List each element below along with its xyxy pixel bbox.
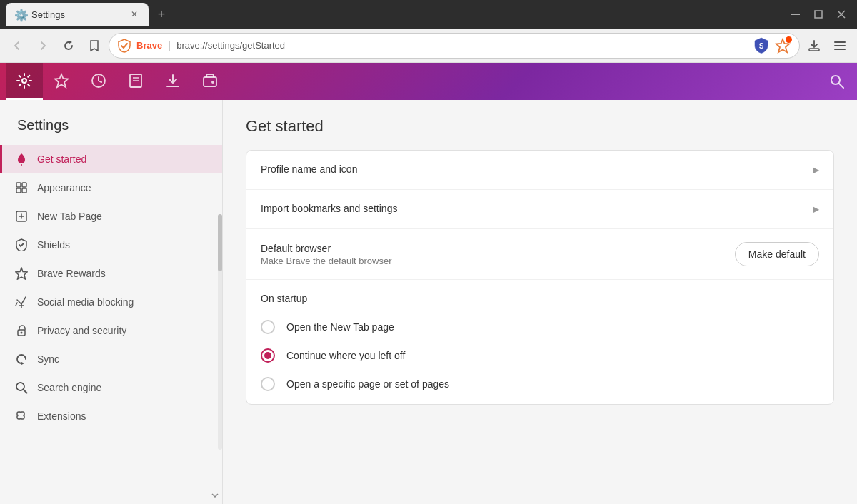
rewards-nav-icon[interactable] <box>775 38 791 54</box>
toolbar-downloads-button[interactable] <box>154 63 191 100</box>
maximize-button[interactable] <box>808 4 828 24</box>
nav-right-area <box>803 34 851 57</box>
sidebar-item-social-media[interactable]: Social media blocking <box>0 288 222 316</box>
sidebar-item-brave-rewards[interactable]: Brave Rewards <box>0 259 222 288</box>
address-bar[interactable]: Brave | brave://settings/getStarted S <box>109 33 800 59</box>
sidebar-item-privacy[interactable]: Privacy and security <box>0 316 222 345</box>
sidebar-item-appearance[interactable]: Appearance <box>0 173 222 202</box>
radio-specific-circle <box>261 377 275 391</box>
sidebar-item-label: Shields <box>37 239 70 251</box>
svg-rect-1 <box>815 11 822 18</box>
svg-point-28 <box>21 332 23 334</box>
sidebar-item-label: New Tab Page <box>37 211 102 222</box>
page-title: Get started <box>246 117 834 136</box>
bookmark-button[interactable] <box>83 34 106 57</box>
privacy-icon <box>14 323 29 338</box>
active-tab[interactable]: ⚙️ Settings ✕ <box>6 3 149 26</box>
nav-bar: Brave | brave://settings/getStarted S <box>0 29 857 63</box>
svg-rect-23 <box>22 188 26 193</box>
forward-button[interactable] <box>31 34 54 57</box>
default-browser-subtitle: Make Brave the default browser <box>261 256 735 266</box>
menu-icon[interactable] <box>828 34 851 57</box>
tab-close-button[interactable]: ✕ <box>129 9 140 20</box>
sidebar-item-new-tab[interactable]: New Tab Page <box>0 202 222 231</box>
radio-continue[interactable]: Continue where you left off <box>246 341 833 370</box>
radio-new-tab-circle <box>261 320 275 334</box>
extensions-icon <box>14 409 29 423</box>
appearance-icon <box>14 181 29 195</box>
search-engine-icon <box>14 380 29 395</box>
radio-new-tab[interactable]: Open the New Tab page <box>246 313 833 341</box>
content-area: Get started Profile name and icon ▶ Impo… <box>223 100 857 504</box>
address-right-icons: S <box>753 37 791 54</box>
brave-rewards-icon <box>14 266 29 281</box>
tab-title: Settings <box>31 9 123 20</box>
default-browser-row: Default browser Make Brave the default b… <box>246 229 833 280</box>
sidebar: Settings Get started Appearance New Tab … <box>0 100 223 504</box>
sidebar-title: Settings <box>0 111 222 145</box>
default-browser-title: Default browser <box>261 243 735 254</box>
profile-name-text: Profile name and icon <box>261 163 813 176</box>
svg-point-9 <box>22 79 26 83</box>
profile-name-row[interactable]: Profile name and icon ▶ <box>246 151 833 190</box>
sidebar-item-label: Get started <box>37 153 86 165</box>
sidebar-item-extensions[interactable]: Extensions <box>0 402 222 430</box>
toolbar-search-button[interactable] <box>823 67 851 96</box>
brave-shield-nav-icon[interactable]: S <box>753 37 769 54</box>
on-startup-header: On startup <box>246 280 833 313</box>
svg-point-17 <box>831 76 840 84</box>
profile-name-title: Profile name and icon <box>261 163 813 175</box>
toolbar-history-button[interactable] <box>80 63 117 100</box>
import-bookmarks-row[interactable]: Import bookmarks and settings ▶ <box>246 190 833 229</box>
import-bookmarks-text: Import bookmarks and settings <box>261 203 813 216</box>
svg-rect-15 <box>204 77 216 86</box>
sidebar-item-get-started[interactable]: Get started <box>0 145 222 173</box>
downloads-icon[interactable] <box>803 34 826 57</box>
default-browser-text: Default browser Make Brave the default b… <box>261 243 735 266</box>
sidebar-item-label: Brave Rewards <box>37 268 106 279</box>
svg-point-16 <box>211 81 214 84</box>
svg-point-19 <box>21 164 22 166</box>
svg-rect-21 <box>22 183 26 187</box>
radio-specific[interactable]: Open a specific page or set of pages <box>246 370 833 404</box>
svg-line-18 <box>839 84 843 88</box>
new-tab-button[interactable]: + <box>151 4 171 24</box>
make-default-button[interactable]: Make default <box>735 242 819 266</box>
toolbar-settings-button[interactable] <box>6 63 43 100</box>
toolbar-rewards-button[interactable] <box>43 63 80 100</box>
sidebar-item-label: Appearance <box>37 182 91 193</box>
radio-continue-circle <box>261 348 275 363</box>
main-area: Settings Get started Appearance New Tab … <box>0 100 857 504</box>
back-button[interactable] <box>6 34 29 57</box>
address-separator: | <box>168 39 171 52</box>
brave-logo-text: Brave <box>136 40 162 51</box>
svg-line-30 <box>24 390 27 393</box>
toolbar-wallet-button[interactable] <box>191 63 229 100</box>
tab-bar: ⚙️ Settings ✕ + <box>0 0 857 29</box>
svg-rect-5 <box>809 49 819 51</box>
settings-card: Profile name and icon ▶ Import bookmarks… <box>246 150 834 405</box>
import-arrow-icon: ▶ <box>813 204 819 214</box>
sidebar-item-shields[interactable]: Shields <box>0 231 222 259</box>
sidebar-item-label: Search engine <box>37 382 101 393</box>
toolbar <box>0 63 857 100</box>
radio-specific-label: Open a specific page or set of pages <box>286 378 449 390</box>
sidebar-item-label: Sync <box>37 353 59 365</box>
import-bookmarks-title: Import bookmarks and settings <box>261 203 813 214</box>
svg-rect-20 <box>16 183 21 187</box>
radio-new-tab-label: Open the New Tab page <box>286 321 394 333</box>
shields-icon <box>14 238 29 252</box>
brave-shield-icon <box>118 39 131 53</box>
radio-continue-label: Continue where you left off <box>286 350 405 361</box>
radio-continue-inner <box>264 352 271 359</box>
close-button[interactable] <box>831 4 851 24</box>
reload-button[interactable] <box>57 34 80 57</box>
svg-rect-0 <box>791 14 800 15</box>
minimize-button[interactable] <box>786 4 806 24</box>
address-text: brave://settings/getStarted <box>176 40 748 51</box>
toolbar-bookmarks-button[interactable] <box>117 63 154 100</box>
new-tab-icon <box>14 209 29 223</box>
sidebar-item-label: Social media blocking <box>37 296 134 308</box>
sidebar-item-search-engine[interactable]: Search engine <box>0 373 222 402</box>
sidebar-item-sync[interactable]: Sync <box>0 345 222 373</box>
